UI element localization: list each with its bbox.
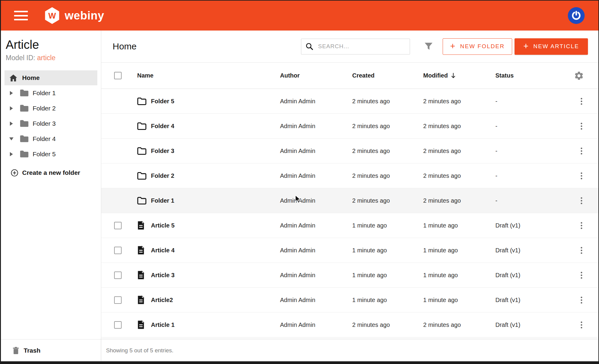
row-checkbox[interactable] bbox=[114, 296, 122, 304]
row-author: Admin Admin bbox=[280, 321, 352, 328]
page-title: Home bbox=[113, 41, 137, 51]
sidebar-folder-label: Folder 4 bbox=[33, 135, 56, 142]
table-settings-button[interactable] bbox=[574, 71, 584, 81]
row-actions-menu-button[interactable] bbox=[579, 96, 584, 107]
row-actions-menu-button[interactable] bbox=[579, 320, 584, 330]
expand-caret-icon[interactable] bbox=[8, 106, 14, 110]
create-folder-label: Create a new folder bbox=[22, 169, 80, 176]
row-created: 1 minute ago bbox=[352, 297, 423, 304]
row-created: 2 minutes ago bbox=[352, 197, 423, 204]
row-actions-menu-button[interactable] bbox=[579, 171, 584, 181]
model-id-value: article bbox=[37, 54, 55, 62]
row-modified: 2 minutes ago bbox=[423, 197, 495, 204]
sidebar-folder-item[interactable]: Folder 2 bbox=[4, 101, 97, 116]
screen: W webiny Article Model ID: article bbox=[0, 0, 599, 364]
select-all-checkbox[interactable] bbox=[114, 72, 122, 79]
filter-button[interactable] bbox=[423, 41, 434, 51]
content-header: Home + NEW bbox=[101, 31, 598, 63]
trash-button[interactable]: Trash bbox=[1, 339, 101, 361]
row-modified: 1 minute ago bbox=[423, 272, 495, 279]
folder-tree: Home Folder 1 Folder 2 Folder 3 Folder 4 bbox=[1, 66, 101, 180]
sidebar-folder-label: Folder 2 bbox=[33, 105, 56, 112]
folder-icon bbox=[20, 150, 29, 158]
new-folder-label: NEW FOLDER bbox=[460, 43, 505, 50]
row-name: Folder 1 bbox=[151, 197, 174, 204]
row-created: 1 minute ago bbox=[352, 222, 423, 229]
row-checkbox[interactable] bbox=[114, 272, 122, 279]
sidebar-folder-item[interactable]: Folder 3 bbox=[4, 116, 97, 131]
table-row[interactable]: Folder 3 Admin Admin 2 minutes ago 2 min… bbox=[101, 139, 598, 163]
column-header-name[interactable]: Name bbox=[137, 72, 153, 79]
row-checkbox[interactable] bbox=[114, 247, 122, 254]
search-input[interactable] bbox=[317, 43, 406, 50]
webiny-hexagon-icon: W bbox=[45, 7, 60, 24]
folder-icon bbox=[137, 122, 146, 130]
row-status: - bbox=[495, 98, 568, 105]
create-folder-button[interactable]: Create a new folder bbox=[4, 166, 97, 180]
row-actions-menu-button[interactable] bbox=[579, 195, 584, 206]
trash-icon bbox=[13, 347, 19, 354]
row-actions-menu-button[interactable] bbox=[579, 245, 584, 256]
row-checkbox[interactable] bbox=[114, 321, 122, 329]
expand-caret-icon[interactable] bbox=[8, 137, 14, 140]
document-icon bbox=[137, 320, 145, 329]
row-actions-menu-button[interactable] bbox=[579, 121, 584, 131]
table-row[interactable]: Article2 Admin Admin 1 minute ago 1 minu… bbox=[101, 288, 598, 313]
new-folder-button[interactable]: + NEW FOLDER bbox=[443, 38, 512, 55]
expand-caret-icon[interactable] bbox=[8, 152, 14, 156]
entries-count-text: Showing 5 out of 5 entries. bbox=[106, 347, 173, 354]
plus-icon: + bbox=[524, 42, 529, 51]
expand-caret-icon[interactable] bbox=[8, 122, 14, 126]
webiny-logo[interactable]: W webiny bbox=[45, 7, 104, 24]
row-created: 2 minutes ago bbox=[352, 98, 423, 105]
search-box bbox=[301, 39, 410, 54]
sidebar-folder-item[interactable]: Folder 4 bbox=[4, 131, 97, 146]
sidebar-folder-item[interactable]: Folder 5 bbox=[4, 146, 97, 162]
table-row[interactable]: Article 1 Admin Admin 2 minutes ago 2 mi… bbox=[101, 313, 598, 337]
table-footer: Showing 5 out of 5 entries. bbox=[101, 339, 598, 361]
row-status: Draft (v1) bbox=[495, 297, 568, 304]
row-status: - bbox=[495, 148, 568, 154]
row-modified: 1 minute ago bbox=[423, 222, 495, 229]
model-title: Article bbox=[6, 38, 96, 51]
row-actions-menu-button[interactable] bbox=[579, 220, 584, 231]
row-created: 1 minute ago bbox=[352, 272, 423, 279]
row-actions-menu-button[interactable] bbox=[579, 146, 584, 156]
row-modified: 2 minutes ago bbox=[423, 321, 495, 328]
expand-caret-icon[interactable] bbox=[8, 91, 14, 95]
row-author: Admin Admin bbox=[280, 172, 352, 179]
row-created: 2 minutes ago bbox=[352, 123, 423, 130]
row-author: Admin Admin bbox=[280, 222, 352, 229]
sidebar-item-label: Home bbox=[22, 74, 40, 81]
row-checkbox[interactable] bbox=[114, 222, 122, 229]
sort-descending-icon bbox=[451, 73, 456, 78]
column-header-author[interactable]: Author bbox=[280, 72, 300, 79]
row-created: 2 minutes ago bbox=[352, 172, 423, 179]
column-header-modified[interactable]: Modified bbox=[423, 72, 448, 79]
row-name: Folder 2 bbox=[151, 172, 174, 179]
table-row[interactable]: Folder 4 Admin Admin 2 minutes ago 2 min… bbox=[101, 114, 598, 139]
row-author: Admin Admin bbox=[280, 98, 352, 105]
document-icon bbox=[137, 271, 145, 280]
table-row[interactable]: Article 3 Admin Admin 1 minute ago 1 min… bbox=[101, 263, 598, 288]
sidebar-item-home[interactable]: Home bbox=[4, 70, 97, 85]
sidebar-folder-item[interactable]: Folder 1 bbox=[4, 85, 97, 101]
column-header-status[interactable]: Status bbox=[495, 72, 514, 79]
trash-label: Trash bbox=[24, 347, 40, 354]
table-row[interactable]: Folder 1 Admin Admin 2 minutes ago 2 min… bbox=[101, 188, 598, 213]
table-row[interactable]: Folder 2 Admin Admin 2 minutes ago 2 min… bbox=[101, 163, 598, 188]
table-row[interactable]: Article 4 Admin Admin 1 minute ago 1 min… bbox=[101, 238, 598, 263]
main-content: Home + NEW bbox=[101, 31, 598, 361]
table-row[interactable]: Article 5 Admin Admin 1 minute ago 1 min… bbox=[101, 213, 598, 238]
new-article-button[interactable]: + NEW ARTICLE bbox=[515, 38, 588, 55]
row-name: Folder 5 bbox=[151, 98, 174, 105]
row-modified: 1 minute ago bbox=[423, 247, 495, 254]
row-actions-menu-button[interactable] bbox=[579, 270, 584, 280]
row-modified: 2 minutes ago bbox=[423, 148, 495, 154]
table-row[interactable]: Folder 5 Admin Admin 2 minutes ago 2 min… bbox=[101, 89, 598, 114]
model-id-label: Model ID: bbox=[6, 54, 35, 62]
user-avatar[interactable] bbox=[568, 7, 585, 24]
column-header-created[interactable]: Created bbox=[352, 72, 374, 79]
row-actions-menu-button[interactable] bbox=[579, 295, 584, 305]
hamburger-menu-icon[interactable] bbox=[14, 11, 28, 20]
